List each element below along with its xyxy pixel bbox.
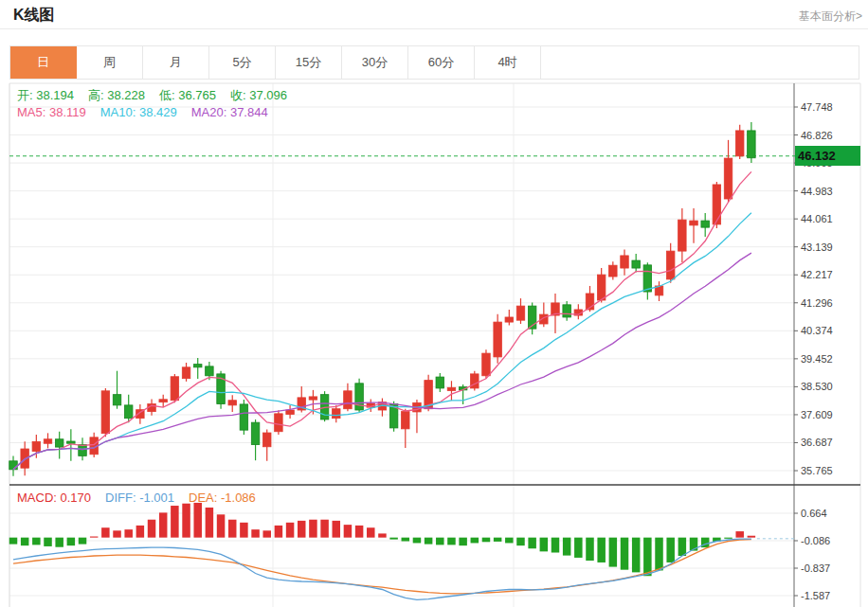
macd-legend-dea: DEA: -1.086 xyxy=(189,491,256,505)
macd-bar xyxy=(413,538,422,544)
ohlc-legend-close: 收: 37.096 xyxy=(230,88,287,102)
macd-bar xyxy=(621,538,629,570)
macd-bar xyxy=(159,512,168,537)
macd-bar xyxy=(344,525,353,538)
macd-bar xyxy=(9,538,18,545)
candle xyxy=(44,439,52,443)
candle xyxy=(597,275,606,300)
ma-legend-ma5: MA5: 38.119 xyxy=(17,105,86,119)
macd-bar xyxy=(552,538,560,553)
macd-bar xyxy=(482,538,490,543)
ohlc-legend-open: 开: 38.194 xyxy=(17,88,74,102)
macd-bar xyxy=(586,538,594,561)
candle xyxy=(447,387,456,390)
candle xyxy=(309,397,317,400)
macd-bar xyxy=(55,538,63,547)
candle xyxy=(171,377,179,401)
price-axis-label: 41.296 xyxy=(801,297,833,309)
candle xyxy=(632,260,641,268)
macd-bar xyxy=(724,538,732,539)
macd-bar xyxy=(171,506,179,538)
macd-bar xyxy=(193,503,202,538)
candle xyxy=(344,391,353,409)
candle xyxy=(402,412,410,429)
macd-bar xyxy=(182,504,190,538)
current-price-badge: 46.132 xyxy=(795,146,860,166)
candle xyxy=(690,221,698,225)
candle xyxy=(735,131,744,156)
macd-axis-label: -0.086 xyxy=(801,535,830,546)
candle xyxy=(159,400,168,402)
macd-bar xyxy=(240,523,248,538)
macd-bar xyxy=(666,538,675,562)
macd-bar xyxy=(459,538,467,546)
diff-line xyxy=(13,539,751,599)
macd-bar xyxy=(516,538,525,546)
ma-legend-ma10: MA10: 38.429 xyxy=(100,105,177,119)
macd-bar xyxy=(309,520,317,538)
price-axis-label: 36.687 xyxy=(801,437,833,448)
macd-bar xyxy=(748,536,756,538)
macd-legend: MACD: 0.170DIFF: -1.001DEA: -1.086 xyxy=(17,491,270,505)
candle xyxy=(55,439,63,447)
macd-axis-label: -0.837 xyxy=(801,562,830,574)
candle xyxy=(251,422,260,444)
candle xyxy=(643,265,652,292)
macd-axis-label: 0.664 xyxy=(801,508,827,519)
candle xyxy=(101,391,110,434)
candle xyxy=(286,410,295,414)
candle xyxy=(79,445,87,456)
ma20-line xyxy=(13,253,751,470)
ohlc-legend: 开: 38.194高: 38.228低: 36.765收: 37.096 xyxy=(17,87,301,104)
ma5-line xyxy=(13,171,751,469)
macd-bar xyxy=(251,529,260,538)
price-axis-label: 40.374 xyxy=(801,325,833,336)
macd-bar xyxy=(136,526,145,538)
candle xyxy=(262,433,271,447)
candle xyxy=(505,317,514,322)
macd-bar xyxy=(563,538,571,556)
candle xyxy=(748,131,756,158)
macd-bar xyxy=(389,538,398,540)
macd-bar xyxy=(402,538,410,542)
macd-bar xyxy=(425,538,433,545)
candle xyxy=(516,306,525,320)
candle xyxy=(182,367,190,379)
macd-bar xyxy=(286,523,295,538)
macd-bar xyxy=(471,538,479,544)
macd-bar xyxy=(32,538,41,545)
macd-bar xyxy=(21,538,29,546)
price-axis-label: 39.452 xyxy=(801,353,833,365)
candle xyxy=(67,441,76,443)
macd-bar xyxy=(90,537,99,538)
macd-bar xyxy=(447,538,456,545)
macd-bar xyxy=(609,538,618,567)
macd-bar xyxy=(262,530,271,537)
macd-bar xyxy=(643,538,652,577)
macd-bar xyxy=(436,538,444,545)
price-axis-label: 42.217 xyxy=(801,269,833,280)
macd-bar xyxy=(528,538,536,549)
ma10-line xyxy=(13,213,751,470)
macd-bar xyxy=(333,521,341,538)
candle xyxy=(701,221,710,227)
macd-axis-label: -1.587 xyxy=(801,590,830,601)
macd-bar xyxy=(678,538,687,556)
candle xyxy=(193,365,202,367)
macd-bar xyxy=(101,527,110,537)
candle xyxy=(275,414,283,432)
price-axis-label: 38.530 xyxy=(801,381,833,392)
candle xyxy=(9,461,18,470)
macd-legend-diff: DIFF: -1.001 xyxy=(105,491,174,505)
macd-bar xyxy=(298,521,306,538)
macd-legend-macd: MACD: 0.170 xyxy=(17,491,91,505)
macd-bar xyxy=(378,533,387,537)
macd-bar xyxy=(540,538,549,552)
macd-bar xyxy=(44,538,52,546)
macd-bar xyxy=(632,538,641,573)
macd-bar xyxy=(597,538,606,562)
macd-bar xyxy=(505,538,514,544)
candle xyxy=(678,220,687,251)
candle xyxy=(609,265,618,277)
candle xyxy=(436,377,444,388)
